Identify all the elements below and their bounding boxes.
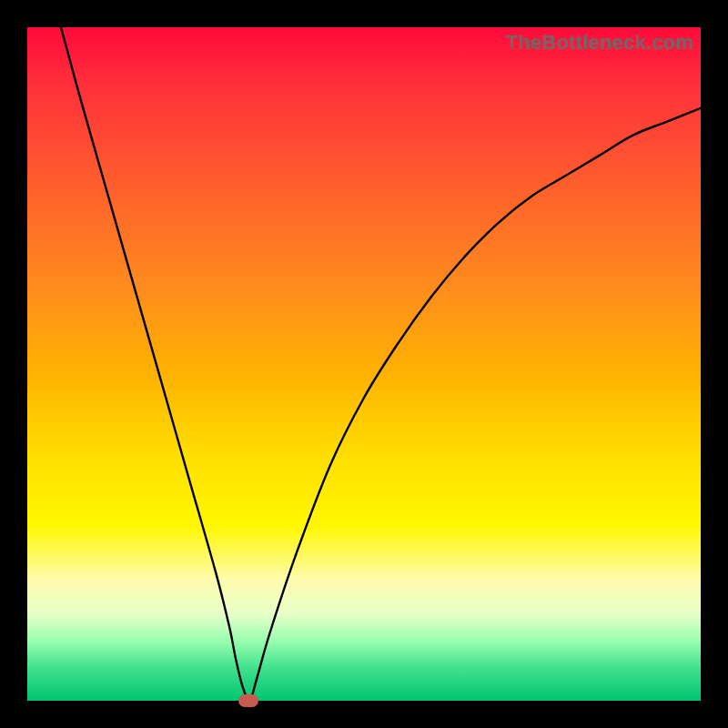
plot-area: TheBottleneck.com: [27, 27, 701, 701]
curve-svg: [27, 27, 701, 701]
chart-frame: TheBottleneck.com: [0, 0, 728, 728]
bottleneck-curve: [61, 27, 701, 701]
optimum-marker: [238, 694, 258, 707]
